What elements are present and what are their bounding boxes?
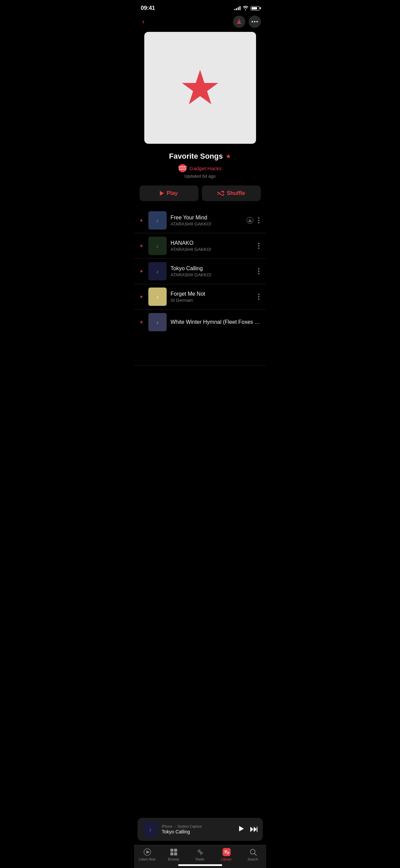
song-info: Free Your Mind ATARASHII GAKKO!: [171, 215, 243, 226]
song-list: ★ ♪ Free Your Mind ATARASHII GAKKO!: [134, 208, 266, 366]
playlist-title: Favorite Songs: [169, 152, 223, 161]
song-title: Forget Me Not: [171, 291, 253, 297]
song-thumbnail: ♪: [148, 237, 167, 255]
song-download-button[interactable]: [247, 217, 253, 224]
wifi-icon: [243, 5, 249, 11]
curator-avatar: GADGETHACKS: [178, 164, 187, 172]
song-more-button[interactable]: [257, 241, 261, 250]
song-title: HANAKO: [171, 240, 253, 246]
table-row[interactable]: ★ ♪ Forget Me Not St Germain: [134, 284, 266, 310]
play-icon: [160, 191, 164, 196]
svg-text:♪: ♪: [156, 243, 159, 249]
table-row[interactable]: ★ ♪ Tokyo Calling ATARASHII GAKKO!: [134, 259, 266, 284]
song-more-button[interactable]: [257, 216, 261, 225]
song-more-button[interactable]: [257, 267, 261, 276]
song-thumbnail: ♪: [148, 313, 167, 331]
signal-icon: [234, 6, 240, 10]
song-artist: ATARASHII GAKKO!: [171, 247, 253, 252]
song-more-button[interactable]: [257, 292, 261, 301]
back-button[interactable]: ‹: [140, 16, 147, 27]
status-bar: 09:41: [134, 0, 266, 14]
svg-text:♪: ♪: [156, 218, 159, 223]
song-title: White Winter Hymnal (Fleet Foxes Cover): [171, 319, 261, 325]
more-options-button[interactable]: [249, 16, 261, 28]
song-thumbnail: ♪: [148, 211, 167, 230]
song-info: HANAKO ATARASHII GAKKO!: [171, 240, 253, 252]
song-actions: [257, 292, 261, 301]
download-button[interactable]: [233, 16, 245, 28]
artwork-container: ★: [134, 32, 266, 152]
action-buttons: Play Shuffle: [134, 185, 266, 208]
play-label: Play: [167, 190, 178, 196]
song-favorite-star: ★: [140, 243, 144, 248]
song-artist: ATARASHII GAKKO!: [171, 272, 253, 277]
svg-text:♪: ♪: [156, 294, 159, 300]
playlist-artwork: ★: [144, 32, 256, 144]
playlist-title-row: Favorite Songs ★: [141, 152, 259, 161]
status-time: 09:41: [141, 5, 155, 12]
song-artist: ATARASHII GAKKO!: [171, 221, 243, 226]
song-actions: [247, 216, 261, 225]
nav-actions: [233, 16, 261, 28]
table-row[interactable]: ★ ♪ White Winter Hymnal (Fleet Foxes Cov…: [134, 310, 266, 366]
song-thumbnail: ♪: [148, 262, 167, 280]
svg-text:♪: ♪: [156, 319, 159, 325]
playlist-info: Favorite Songs ★ GADGETHACKS Gadget Hack…: [134, 152, 266, 185]
curator-row[interactable]: GADGETHACKS Gadget Hacks: [141, 164, 259, 172]
status-icons: [234, 5, 259, 11]
song-info: Tokyo Calling ATARASHII GAKKO!: [171, 265, 253, 277]
more-dots-icon: [252, 21, 258, 22]
song-actions: [257, 267, 261, 276]
shuffle-button[interactable]: Shuffle: [202, 185, 261, 201]
song-title: Tokyo Calling: [171, 265, 253, 272]
song-artist: St Germain: [171, 298, 253, 303]
shuffle-label: Shuffle: [227, 190, 245, 196]
playlist-favorite-star: ★: [226, 153, 231, 160]
shuffle-icon: [217, 191, 224, 196]
song-thumbnail: ♪: [148, 288, 167, 306]
updated-text: Updated 6d ago: [141, 174, 259, 179]
nav-bar: ‹: [134, 14, 266, 32]
song-favorite-star: ★: [140, 218, 144, 223]
song-favorite-star: ★: [140, 320, 144, 324]
table-row[interactable]: ★ ♪ Free Your Mind ATARASHII GAKKO!: [134, 208, 266, 233]
song-actions: [257, 241, 261, 250]
song-favorite-star: ★: [140, 269, 144, 274]
play-button[interactable]: Play: [140, 185, 198, 201]
song-info: Forget Me Not St Germain: [171, 291, 253, 303]
curator-name[interactable]: Gadget Hacks: [189, 165, 222, 171]
table-row[interactable]: ★ ♪ HANAKO ATARASHII GAKKO!: [134, 233, 266, 259]
battery-icon: [251, 6, 259, 11]
song-title: Free Your Mind: [171, 215, 243, 221]
song-info: White Winter Hymnal (Fleet Foxes Cover): [171, 319, 261, 325]
song-favorite-star: ★: [140, 294, 144, 299]
star-icon: ★: [179, 64, 222, 112]
svg-text:♪: ♪: [156, 269, 159, 274]
